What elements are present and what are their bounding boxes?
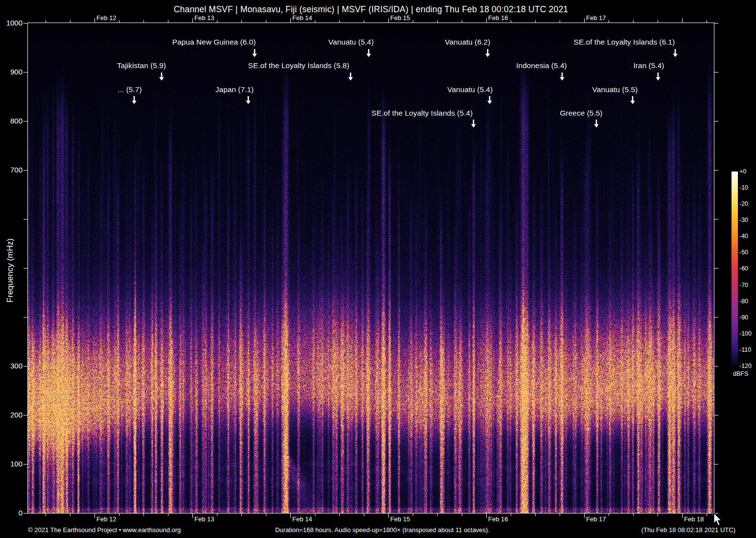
x-axis-tick [560,20,560,23]
colorbar-tick-label: -20 [739,200,748,207]
down-arrow-icon [131,96,138,104]
earthquake-label: SE.of the Loyalty Islands (6.1) [574,38,675,47]
x-axis-tick [192,18,193,23]
earthquake-label: Vanuatu (5.4) [448,85,493,94]
x-axis-tick [511,514,511,516]
y-axis-tick [24,513,27,514]
y-axis-tick [714,121,718,122]
y-axis-tick [24,72,27,73]
earthquake-label: SE.of the Loyalty Islands (5.8) [248,61,350,70]
spectrogram-page: Channel MSVF | Monasavu, Fiji (seismic) … [0,0,756,538]
y-axis-tick [714,72,718,73]
x-axis-tick [486,18,487,23]
earthquake-label: ... (5.7) [118,85,142,94]
x-axis-tick [217,514,217,516]
earthquake-label: SE.of the Loyalty Islands (5.4) [372,109,473,118]
earthquake-label: Vanuatu (5.5) [592,85,638,94]
y-axis-tick [714,366,718,367]
colorbar-tick-label: -80 [739,298,748,305]
mouse-cursor-icon [712,513,723,527]
y-axis-tick [714,317,718,318]
y-tick-label: 100 [0,460,23,468]
footer-render-time: (Thu Feb 18 08:02:18 2021 UTC) [641,526,735,534]
x-axis-tick [241,20,242,23]
footer-duration: Duration=168 hours. Audio speed-up=1800×… [275,526,490,534]
y-tick-label: 700 [0,166,23,174]
down-arrow-icon [251,49,258,57]
colorbar-tick-label: -50 [739,249,748,256]
earthquake-label: Greece (5.5) [560,109,602,118]
y-axis-tick [24,366,27,367]
y-axis-tick [714,219,718,220]
colorbar-tick-label: -70 [739,282,748,289]
y-axis-tick [24,23,27,24]
colorbar-gradient [732,171,738,366]
x-axis-tick [266,514,266,516]
x-axis-tick [584,514,585,518]
colorbar-tick-label: -30 [739,217,748,223]
down-arrow-icon [470,120,477,128]
down-arrow-icon [655,73,662,81]
x-axis-tick [94,514,95,518]
x-axis-tick [364,20,364,23]
y-tick-label: 1000 [0,19,23,27]
x-axis-tick [364,514,364,516]
footer-copyright: © 2021 The Earthsound Project • www.eart… [28,526,181,534]
x-axis-tick [143,514,144,516]
x-axis-tick [46,20,46,23]
x-axis-tick [633,514,634,516]
x-tick-label-bottom: Feb 15 [390,515,410,523]
x-axis-tick [388,514,389,518]
x-axis-tick [168,514,168,516]
down-arrow-icon [672,49,679,57]
x-axis-tick [94,18,95,23]
y-tick-label: 300 [0,362,23,370]
x-tick-label-top: Feb 12 [96,14,116,22]
y-tick-label: 200 [0,411,23,419]
y-axis-tick [714,464,718,465]
y-axis-tick [24,317,27,318]
x-axis-tick [217,20,217,23]
x-tick-label-top: Feb 15 [390,14,410,22]
x-axis-tick [413,20,413,23]
x-axis-tick [658,514,658,516]
earthquake-label: Vanuatu (5.4) [329,38,374,47]
x-axis-tick [119,20,119,23]
colorbar-tick-label: -90 [739,314,748,321]
down-arrow-icon [629,96,636,104]
x-axis-tick [707,514,707,516]
earthquake-label: Papua New Guinea (6.0) [172,38,256,47]
x-axis-tick [462,514,462,516]
x-tick-label-bottom: Feb 14 [292,515,312,523]
x-axis-tick [290,18,291,23]
y-axis-tick [714,23,718,24]
down-arrow-icon [365,49,372,57]
x-axis-tick [535,20,536,23]
x-axis-tick [609,20,609,23]
x-axis-tick [560,514,560,516]
x-axis-tick [70,514,71,516]
x-axis-tick [70,20,71,23]
y-axis-tick [24,268,27,269]
colorbar-tick-label: -110 [739,346,751,353]
x-axis-tick [437,514,438,516]
x-axis-tick [609,514,609,516]
x-axis-tick [315,514,315,516]
x-tick-label-top: Feb 17 [586,14,606,22]
x-axis-tick [584,18,585,23]
down-arrow-icon [158,73,165,81]
x-axis-tick [168,20,168,23]
down-arrow-icon [347,73,354,81]
y-axis-tick [24,121,27,122]
y-axis-tick [24,464,27,465]
x-axis-tick [266,20,266,23]
x-axis-tick [682,514,683,518]
colorbar-tick-label: -40 [739,233,748,240]
y-axis-tick [714,170,718,171]
x-axis-tick [119,514,119,516]
x-axis-tick [511,20,511,23]
y-axis-title: Frequency (mHz) [5,238,15,302]
x-tick-label-top: Feb 16 [488,14,508,22]
colorbar-tick-label: -60 [739,265,748,272]
x-axis-tick [388,18,389,23]
